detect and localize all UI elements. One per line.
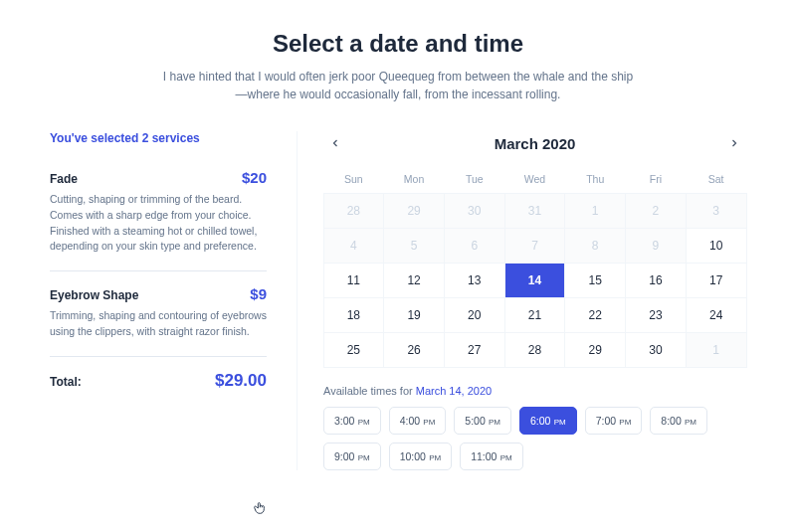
calendar-day[interactable]: 24 bbox=[686, 297, 747, 333]
page-subtitle: I have hinted that I would often jerk po… bbox=[159, 68, 637, 103]
time-slot-ampm: PM bbox=[617, 418, 631, 427]
calendar-dow: Sat bbox=[686, 167, 746, 193]
time-slot[interactable]: 11:00 PM bbox=[460, 443, 523, 470]
service-item: Eyebrow Shape $9 Trimming, shaping and c… bbox=[50, 285, 267, 357]
calendar-dow: Tue bbox=[444, 167, 504, 193]
service-name: Fade bbox=[50, 172, 78, 186]
calendar-day[interactable]: 7 bbox=[504, 228, 566, 264]
calendar-day[interactable]: 18 bbox=[323, 297, 385, 333]
time-slot-ampm: PM bbox=[551, 418, 565, 427]
time-slot-ampm: PM bbox=[498, 453, 511, 462]
calendar-day[interactable]: 19 bbox=[383, 297, 445, 333]
service-price: $20 bbox=[242, 169, 267, 186]
calendar-days-grid: 2829303112345678910111213141516171819202… bbox=[323, 193, 746, 367]
service-description: Trimming, shaping and contouring of eyeb… bbox=[50, 308, 267, 340]
time-slot-time: 7:00 bbox=[596, 415, 616, 427]
time-slot-time: 4:00 bbox=[400, 415, 420, 427]
time-slot-ampm: PM bbox=[355, 453, 369, 462]
selected-services-heading: You've selected 2 services bbox=[50, 131, 267, 145]
calendar-day[interactable]: 25 bbox=[323, 332, 385, 368]
calendar-day[interactable]: 23 bbox=[625, 297, 687, 333]
calendar-day[interactable]: 2 bbox=[625, 193, 687, 229]
time-slot[interactable]: 5:00 PM bbox=[454, 407, 511, 435]
page-title: Select a date and time bbox=[50, 30, 746, 58]
calendar-day[interactable]: 12 bbox=[383, 263, 445, 298]
calendar-day[interactable]: 21 bbox=[504, 297, 566, 333]
calendar-day[interactable]: 9 bbox=[625, 228, 687, 264]
calendar-dow: Fri bbox=[626, 167, 687, 193]
calendar-day[interactable]: 11 bbox=[323, 263, 385, 298]
chevron-right-icon bbox=[728, 137, 740, 149]
calendar-day-selected[interactable]: 14 bbox=[504, 263, 566, 298]
calendar-month-label: March 2020 bbox=[495, 135, 576, 152]
time-slot-ampm: PM bbox=[487, 418, 500, 427]
calendar-day[interactable]: 28 bbox=[323, 193, 385, 229]
calendar-day[interactable]: 30 bbox=[625, 332, 687, 368]
available-times-prefix: Available times for bbox=[323, 385, 416, 397]
cursor-pointer-icon bbox=[253, 500, 269, 516]
calendar-day[interactable]: 15 bbox=[564, 263, 626, 298]
time-slot[interactable]: 3:00 PM bbox=[323, 407, 381, 435]
time-slot-time: 9:00 bbox=[334, 450, 354, 462]
available-times-date: March 14, 2020 bbox=[416, 385, 492, 397]
calendar-day[interactable]: 22 bbox=[564, 297, 626, 333]
calendar-day[interactable]: 28 bbox=[504, 332, 566, 368]
time-slot-time: 8:00 bbox=[661, 415, 681, 427]
time-slot[interactable]: 7:00 PM bbox=[585, 407, 643, 435]
calendar-day[interactable]: 27 bbox=[444, 332, 505, 368]
calendar-day[interactable]: 3 bbox=[686, 193, 747, 229]
time-slot-time: 10:00 bbox=[400, 450, 426, 462]
calendar-panel: March 2020 SunMonTueWedThuFriSat 2829303… bbox=[297, 131, 746, 470]
calendar-day[interactable]: 5 bbox=[383, 228, 445, 264]
time-slot-time: 5:00 bbox=[465, 415, 485, 427]
time-slot-selected[interactable]: 6:00 PM bbox=[519, 407, 577, 435]
service-description: Cutting, shaping or trimming of the bear… bbox=[50, 192, 267, 255]
service-name: Eyebrow Shape bbox=[50, 288, 138, 302]
chevron-left-icon bbox=[329, 137, 341, 149]
time-slot[interactable]: 4:00 PM bbox=[389, 407, 447, 435]
calendar-day[interactable]: 31 bbox=[504, 193, 566, 229]
calendar-dow: Mon bbox=[384, 167, 445, 193]
calendar-day[interactable]: 16 bbox=[625, 263, 687, 298]
calendar-day[interactable]: 13 bbox=[444, 263, 505, 298]
available-times-label: Available times for March 14, 2020 bbox=[323, 385, 746, 397]
time-slot-time: 3:00 bbox=[334, 415, 354, 427]
service-item: Fade $20 Cutting, shaping or trimming of… bbox=[50, 169, 267, 271]
calendar-dow: Sun bbox=[323, 167, 384, 193]
calendar-day[interactable]: 30 bbox=[444, 193, 505, 229]
calendar-dow: Thu bbox=[565, 167, 626, 193]
calendar-day[interactable]: 29 bbox=[564, 332, 626, 368]
time-slot-time: 6:00 bbox=[530, 415, 550, 427]
service-price: $9 bbox=[250, 285, 267, 302]
time-slot-ampm: PM bbox=[421, 418, 435, 427]
time-slot-ampm: PM bbox=[683, 418, 696, 427]
calendar-dow: Wed bbox=[504, 167, 565, 193]
calendar-day[interactable]: 1 bbox=[686, 332, 747, 368]
time-slots: 3:00 PM4:00 PM5:00 PM6:00 PM7:00 PM8:00 … bbox=[323, 407, 746, 470]
calendar-day[interactable]: 4 bbox=[323, 228, 385, 264]
time-slot-ampm: PM bbox=[355, 418, 369, 427]
calendar-dow-row: SunMonTueWedThuFriSat bbox=[323, 167, 746, 193]
calendar-day[interactable]: 6 bbox=[444, 228, 505, 264]
total-row: Total: $29.00 bbox=[50, 371, 267, 391]
calendar-day[interactable]: 26 bbox=[383, 332, 445, 368]
time-slot[interactable]: 9:00 PM bbox=[323, 443, 381, 470]
calendar-day[interactable]: 1 bbox=[564, 193, 626, 229]
time-slot[interactable]: 10:00 PM bbox=[389, 443, 453, 470]
time-slot-time: 11:00 bbox=[471, 450, 497, 462]
prev-month-button[interactable] bbox=[323, 131, 347, 155]
next-month-button[interactable] bbox=[722, 131, 746, 155]
calendar-day[interactable]: 8 bbox=[564, 228, 626, 264]
calendar-day[interactable]: 10 bbox=[686, 228, 747, 264]
calendar-day[interactable]: 20 bbox=[444, 297, 505, 333]
calendar-day[interactable]: 29 bbox=[383, 193, 445, 229]
time-slot[interactable]: 8:00 PM bbox=[650, 407, 707, 435]
time-slot-ampm: PM bbox=[427, 453, 441, 462]
services-sidebar: You've selected 2 services Fade $20 Cutt… bbox=[50, 131, 267, 470]
total-label: Total: bbox=[50, 375, 82, 389]
total-value: $29.00 bbox=[215, 371, 267, 391]
calendar-day[interactable]: 17 bbox=[686, 263, 747, 298]
